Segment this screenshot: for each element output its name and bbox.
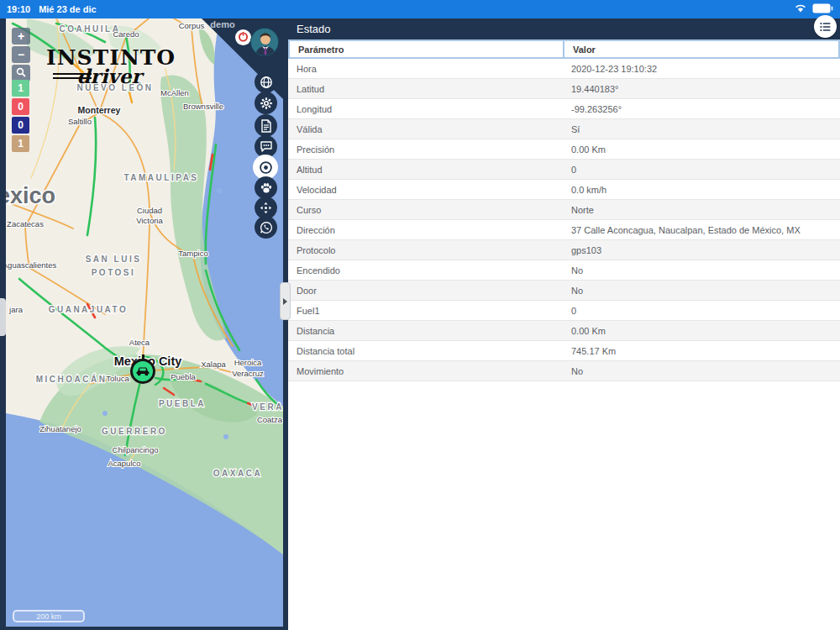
- device-count-badge[interactable]: 0: [12, 117, 29, 134]
- param-value: -99.263256°: [564, 104, 840, 114]
- param-value: No: [564, 265, 840, 276]
- map-label: Tampico: [178, 249, 207, 258]
- table-row: Longitud-99.263256°: [288, 99, 840, 119]
- map-label: exico: [6, 183, 55, 208]
- param-value: gps103: [564, 245, 840, 255]
- device-count-badge[interactable]: 1: [12, 135, 29, 152]
- param-label: Hora: [288, 64, 564, 74]
- power-icon: [238, 30, 249, 45]
- map-label: NUEVO LEÓN: [76, 82, 153, 92]
- table-row: MovimientoNo: [288, 361, 840, 381]
- map-label: Saltillo: [68, 117, 92, 126]
- map[interactable]: COAHUILANUEVO LEÓNTAMAULIPASSAN LUISPOTO…: [6, 18, 283, 627]
- param-label: Altitud: [288, 165, 564, 175]
- move-arrows-icon: [260, 202, 272, 214]
- param-label: Dirección: [288, 225, 564, 235]
- table-row: Latitud19.440183°: [288, 79, 840, 99]
- map-label: Brownsville: [183, 102, 223, 111]
- logout-button[interactable]: [235, 29, 251, 45]
- table-header: Parámetro Valor: [288, 39, 840, 59]
- param-value: 19.440183°: [564, 84, 840, 94]
- param-label: Curso: [288, 205, 564, 215]
- map-label: Xalapa: [201, 360, 226, 369]
- table-row: CursoNorte: [288, 200, 840, 220]
- nav-settings-button[interactable]: [255, 92, 277, 114]
- map-label: Victoria: [136, 216, 163, 225]
- map-label: VERA: [252, 402, 283, 412]
- vehicle-marker[interactable]: [130, 359, 155, 384]
- table-row: Protocologps103: [288, 240, 840, 260]
- status-panel: Estado Parámetro Valor Hora2020-12-23 19…: [288, 18, 840, 630]
- username-label: demo: [204, 19, 241, 29]
- map-label: Chilpancingo: [113, 445, 159, 454]
- wifi-icon: [794, 2, 807, 17]
- table-row: EncendidoNo: [288, 260, 840, 281]
- param-value: 745.17 Km: [564, 346, 840, 356]
- search-icon: [16, 66, 26, 80]
- param-value: 37 Calle Aconcagua, Naucalpan, Estado de…: [564, 225, 840, 235]
- param-value: 0.0 km/h: [564, 185, 840, 195]
- map-label: Ciudad: [137, 206, 162, 215]
- map-label: Zihuatanejo: [39, 424, 81, 433]
- param-value: 0.00 Km: [564, 144, 840, 155]
- map-label: Acapulco: [108, 459, 140, 468]
- param-value: Norte: [564, 205, 840, 215]
- map-label: Toluca: [106, 374, 129, 383]
- param-value: 0.00 Km: [564, 326, 840, 336]
- gear-icon: [260, 97, 273, 110]
- column-header-valor: Valor: [563, 39, 840, 59]
- map-search-button[interactable]: [12, 65, 30, 81]
- panel-toggle-handle[interactable]: [280, 282, 291, 320]
- status-date: Mié 23 de dic: [39, 4, 96, 14]
- param-label: Encendido: [288, 265, 564, 276]
- param-value: No: [564, 366, 840, 376]
- nav-pets-button[interactable]: [255, 176, 277, 199]
- status-panel-header: Estado: [288, 18, 840, 39]
- map-panel: COAHUILANUEVO LEÓNTAMAULIPASSAN LUISPOTO…: [0, 18, 288, 630]
- table-row: Altitud0: [288, 160, 840, 180]
- param-value: 0: [564, 306, 840, 316]
- nav-globe-button[interactable]: [255, 71, 277, 93]
- list-menu-icon: [820, 22, 831, 32]
- zoom-out-button[interactable]: −: [12, 46, 30, 63]
- ios-status-bar: 19:10 Mié 23 de dic: [0, 0, 840, 18]
- panel-title: Estado: [297, 23, 330, 35]
- param-label: Latitud: [288, 84, 564, 94]
- param-label: Distancia: [288, 326, 564, 336]
- map-label: Monterrey: [78, 105, 121, 115]
- paw-icon: [260, 181, 273, 194]
- map-label: SAN LUIS: [86, 255, 142, 264]
- menu-button[interactable]: [814, 15, 837, 38]
- table-row: Hora2020-12-23 19:10:32: [288, 59, 840, 79]
- map-label: Ateca: [129, 338, 150, 347]
- param-label: Precisión: [288, 144, 564, 155]
- device-count-badge[interactable]: 1: [12, 80, 29, 97]
- collapse-left-handle[interactable]: [0, 298, 6, 336]
- nav-whatsapp-button[interactable]: [255, 216, 277, 239]
- device-count-badge[interactable]: 0: [12, 98, 29, 115]
- zoom-in-button[interactable]: +: [12, 28, 30, 45]
- nav-reports-button[interactable]: [255, 114, 277, 137]
- map-label: GUERRERO: [102, 427, 167, 436]
- table-row: Distancia total745.17 Km: [288, 341, 840, 361]
- param-label: Longitud: [288, 104, 564, 114]
- map-label: Heroica: [234, 358, 262, 367]
- param-value: Sí: [564, 124, 840, 134]
- param-label: Velocidad: [288, 185, 564, 195]
- table-row: VálidaSí: [288, 119, 840, 139]
- status-table-body: Hora2020-12-23 19:10:32Latitud19.440183°…: [288, 59, 840, 381]
- param-label: Door: [288, 286, 564, 296]
- map-label: TAMAULIPAS: [123, 173, 198, 182]
- status-target-icon: [259, 160, 273, 175]
- map-label: Coatza: [257, 415, 283, 424]
- param-label: Movimiento: [288, 366, 564, 376]
- table-row: Dirección37 Calle Aconcagua, Naucalpan, …: [288, 220, 840, 240]
- map-label: GUANAJUATO: [49, 305, 129, 314]
- user-avatar[interactable]: [250, 28, 279, 56]
- param-value: 2020-12-23 19:10:32: [564, 64, 840, 74]
- param-value: 0: [564, 165, 840, 175]
- map-label: Zacatecas: [7, 219, 44, 228]
- table-row: Velocidad0.0 km/h: [288, 180, 840, 200]
- chat-bubble-icon: [260, 140, 273, 153]
- map-label: Caredo: [113, 29, 139, 39]
